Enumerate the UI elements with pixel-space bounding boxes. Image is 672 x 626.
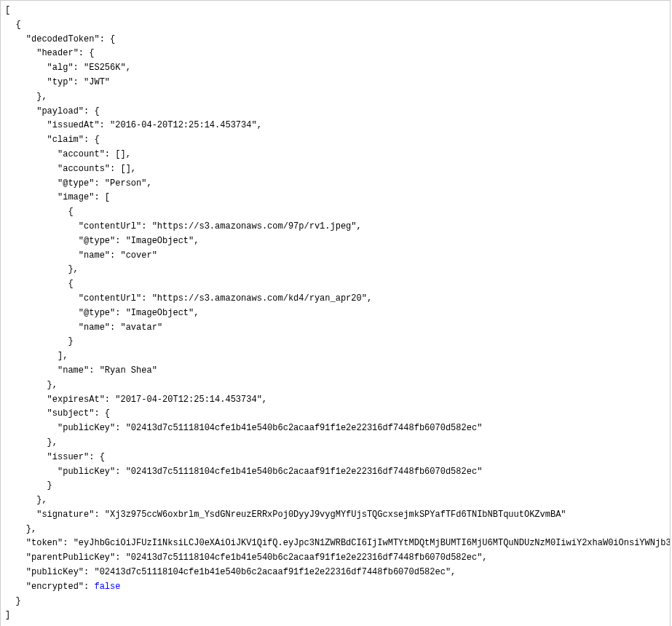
- val-img0-name: cover: [126, 250, 152, 261]
- val-claim-type: Person: [110, 178, 141, 189]
- key-contentUrl: contentUrl: [84, 221, 136, 231]
- val-img1-url: https://s3.amazonaws.com/kd4/ryan_apr20: [157, 293, 362, 304]
- key-name: name: [63, 365, 84, 376]
- val-typ: JWT: [89, 77, 105, 87]
- val-issuer-pk: 02413d7c51118104cfe1b41e540b6c2acaaf91f1…: [131, 467, 477, 477]
- key-publicKey: publicKey: [63, 467, 110, 477]
- key-atType: @type: [84, 308, 110, 318]
- key-atType: @type: [84, 236, 110, 246]
- bracket-open: [: [5, 5, 10, 15]
- key-signature: signature: [41, 510, 89, 520]
- key-image: image: [63, 192, 89, 202]
- brace-open: {: [15, 20, 20, 30]
- key-decodedToken: decodedToken: [31, 34, 94, 44]
- val-expiresAt: 2017-04-20T12:25:14.453734: [120, 395, 256, 405]
- key-contentUrl: contentUrl: [84, 293, 136, 304]
- val-publicKey: 02413d7c51118104cfe1b41e540b6c2acaaf91f1…: [100, 567, 446, 577]
- key-issuedAt: issuedAt: [52, 120, 95, 130]
- key-accounts: accounts: [63, 164, 105, 174]
- val-subject-pk: 02413d7c51118104cfe1b41e540b6c2acaaf91f1…: [131, 423, 477, 433]
- val-img1-name: avatar: [126, 322, 157, 333]
- val-encrypted: false: [94, 582, 120, 592]
- key-name: name: [84, 250, 105, 261]
- val-img0-url: https://s3.amazonaws.com/97p/rv1.jpeg: [157, 221, 351, 231]
- brace-close: }: [15, 596, 20, 606]
- val-parentPublicKey: 02413d7c51118104cfe1b41e540b6c2acaaf91f1…: [131, 552, 477, 563]
- key-header: header: [41, 48, 73, 58]
- val-token: eyJhbGciOiJFUzI1NksiLCJ0eXAiOiJKV1QifQ.e…: [79, 538, 671, 548]
- key-typ: typ: [52, 77, 68, 87]
- key-publicKey: publicKey: [63, 423, 110, 433]
- key-subject: subject: [52, 408, 89, 419]
- key-expiresAt: expiresAt: [52, 395, 100, 405]
- val-issuedAt: 2016-04-20T12:25:14.453734: [115, 120, 251, 130]
- key-name: name: [84, 322, 105, 333]
- key-parentPublicKey: parentPublicKey: [31, 552, 110, 563]
- key-claim: claim: [52, 135, 79, 145]
- key-issuer: issuer: [52, 452, 84, 462]
- key-publicKey: publicKey: [31, 567, 79, 577]
- key-token: token: [31, 538, 58, 548]
- key-atType: @type: [63, 178, 89, 189]
- val-signature: Xj3z975ccW6oxbrlm_YsdGNreuzERRxPoj0DyyJ9…: [110, 510, 561, 520]
- val-alg: ES256K: [89, 63, 120, 73]
- bracket-close: ]: [5, 610, 10, 620]
- key-payload: payload: [41, 106, 78, 116]
- key-encrypted: encrypted: [31, 582, 79, 592]
- val-img0-type: ImageObject: [131, 236, 189, 246]
- val-claim-name: Ryan Shea: [105, 365, 152, 376]
- key-account: account: [63, 149, 99, 159]
- val-img1-type: ImageObject: [131, 308, 189, 318]
- json-viewer: [ { "decodedToken": { "header": { "alg":…: [0, 0, 671, 626]
- key-alg: alg: [52, 63, 68, 73]
